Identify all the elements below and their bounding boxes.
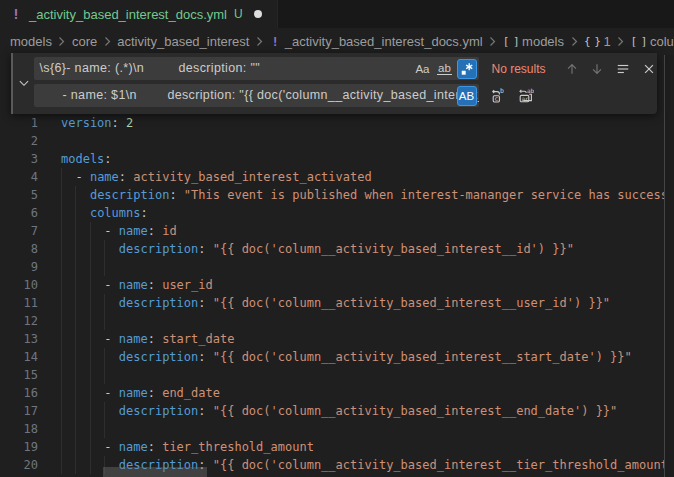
- line-number: 20: [0, 456, 38, 474]
- code-token: description: [119, 296, 198, 310]
- indent-guide: [75, 312, 76, 330]
- indent-guide: [90, 420, 91, 438]
- breadcrumb-item[interactable]: activity_based_interest: [117, 34, 249, 49]
- code-token: description: [90, 188, 169, 202]
- code-token: name: [119, 440, 148, 454]
- code-line: - name: start_date: [61, 330, 674, 348]
- indent-guide: [75, 366, 76, 384]
- indent-guide: [104, 294, 105, 312]
- indent-guide: [75, 456, 76, 474]
- regex-icon: [460, 62, 474, 76]
- code-token: id: [155, 224, 177, 238]
- unsaved-changes-dot[interactable]: [254, 10, 262, 18]
- line-number: 13: [0, 330, 38, 348]
- line-number: 2: [0, 132, 38, 150]
- indent-guide: [104, 402, 105, 420]
- code-token: :: [148, 386, 155, 400]
- breadcrumb-separator-icon: [57, 36, 66, 47]
- indent-guide: [75, 420, 76, 438]
- close-find-widget-button[interactable]: [639, 58, 660, 79]
- horizontal-scrollbar-slider[interactable]: [103, 467, 207, 477]
- vscode-window: ! _activity_based_interest_docs.yml U mo…: [0, 0, 674, 477]
- code-token: :: [140, 206, 147, 220]
- next-match-button[interactable]: [587, 58, 608, 79]
- indent-guide: [104, 258, 105, 276]
- replace-options: AB: [457, 86, 477, 106]
- indent-guide: [61, 294, 62, 312]
- whole-word-button[interactable]: ab: [435, 59, 455, 79]
- tab-label: _activity_based_interest_docs.yml: [29, 7, 227, 22]
- code-token: :: [119, 170, 126, 184]
- breadcrumb-separator-icon: [103, 36, 112, 47]
- indent-guide: [61, 348, 62, 366]
- find-options: Aa ab: [413, 59, 477, 79]
- indent-guide: [75, 438, 76, 456]
- replace-input[interactable]: - name: $1\n description: "{{ doc('colum…: [34, 84, 479, 107]
- indent-guide: [61, 456, 62, 474]
- indent-guide: [75, 258, 76, 276]
- code-token: description: [119, 404, 198, 418]
- breadcrumb-item[interactable]: [ ]columns: [631, 34, 674, 49]
- code-token: :: [148, 278, 155, 292]
- tab-activity-based-interest-docs[interactable]: ! _activity_based_interest_docs.yml U: [0, 0, 278, 28]
- breadcrumb-item[interactable]: core: [72, 34, 97, 49]
- breadcrumb-separator-icon: [488, 36, 497, 47]
- code-line: - name: activity_based_interest_activate…: [61, 168, 674, 186]
- breadcrumb-item[interactable]: models: [10, 34, 52, 49]
- indent-guide: [90, 438, 91, 456]
- code-line: - name: tier_threshold_amount: [61, 438, 674, 456]
- git-status-badge: U: [234, 7, 243, 21]
- breadcrumb-label: _activity_based_interest_docs.yml: [285, 34, 483, 49]
- indent-guide: [61, 420, 62, 438]
- code-line: version: 2: [61, 114, 674, 132]
- svg-text:ac: ac: [522, 94, 530, 101]
- replace-row: - name: $1\n description: "{{ doc('colum…: [34, 84, 537, 107]
- regex-button[interactable]: [457, 59, 477, 79]
- find-input[interactable]: \s{6}- name: (.*)\n description: "" Aa a…: [34, 57, 479, 80]
- find-widget-resize-sash[interactable]: [11, 53, 13, 114]
- code-line: - name: id: [61, 222, 674, 240]
- indent-guide: [75, 294, 76, 312]
- code-token: user_id: [155, 278, 213, 292]
- line-number: 8: [0, 240, 38, 258]
- code-token: "{{ doc('column__activity_based_interest…: [206, 458, 674, 472]
- indent-guide: [104, 240, 105, 258]
- breadcrumb-item[interactable]: { }1: [584, 34, 611, 49]
- replace-all-button[interactable]: ab ac: [516, 85, 537, 106]
- code-token: :: [198, 296, 205, 310]
- editor-pane[interactable]: 1234567891011121314151617181920 version:…: [0, 55, 674, 477]
- line-number: 16: [0, 384, 38, 402]
- find-in-selection-button[interactable]: [613, 58, 634, 79]
- code-line: description: "This event is published wh…: [61, 186, 674, 204]
- indent-guide: [61, 276, 62, 294]
- code-token: -: [61, 170, 90, 184]
- replace-button[interactable]: b c: [488, 85, 509, 106]
- code-line: - name: end_date: [61, 384, 674, 402]
- code-token: activity_based_interest_activated: [126, 170, 372, 184]
- indent-guide: [61, 204, 62, 222]
- preserve-case-button[interactable]: AB: [457, 86, 477, 106]
- code-token: :: [148, 224, 155, 238]
- code-content[interactable]: version: 2models: - name: activity_based…: [61, 114, 674, 474]
- match-case-button[interactable]: Aa: [413, 59, 433, 79]
- breadcrumb-item[interactable]: [ ]models: [503, 34, 564, 49]
- previous-match-button[interactable]: [562, 58, 583, 79]
- breadcrumb-label: activity_based_interest: [117, 34, 249, 49]
- code-token: 2: [119, 116, 133, 130]
- line-number: 17: [0, 402, 38, 420]
- breadcrumb-label: core: [72, 34, 97, 49]
- svg-text:b: b: [500, 88, 504, 95]
- line-number: 3: [0, 150, 38, 168]
- indent-guide: [61, 168, 62, 186]
- toggle-replace-chevron[interactable]: [16, 75, 32, 91]
- replace-actions: b c ab ac: [488, 85, 537, 106]
- code-token: version: [61, 116, 112, 130]
- code-line: [61, 258, 674, 276]
- code-line: description: "{{ doc('column__activity_b…: [61, 294, 674, 312]
- find-actions: No results: [485, 58, 660, 79]
- line-number: 12: [0, 312, 38, 330]
- find-row: \s{6}- name: (.*)\n description: "" Aa a…: [34, 57, 660, 80]
- breadcrumb-item[interactable]: !_activity_based_interest_docs.yml: [269, 34, 482, 49]
- code-line: - name: user_id: [61, 276, 674, 294]
- arrow-up-icon: [565, 62, 579, 76]
